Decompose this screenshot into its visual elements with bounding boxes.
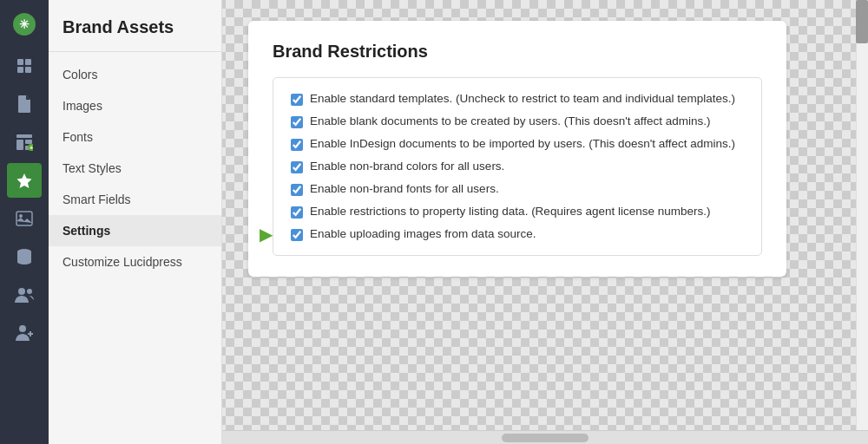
nav-database-icon[interactable] — [7, 239, 42, 274]
nav-user-plus-icon[interactable] — [7, 316, 42, 350]
restriction-uploading-images: ▶ Enable uploading images from data sour… — [291, 227, 744, 241]
app-logo[interactable]: ✳ — [7, 7, 42, 42]
page-title: Brand Restrictions — [273, 42, 762, 62]
scrollbar-thumb-vertical[interactable] — [856, 0, 868, 43]
restriction-non-brand-fonts: Enable non-brand fonts for all users. — [291, 182, 744, 196]
svg-rect-4 — [17, 67, 23, 73]
vertical-scrollbar[interactable] — [856, 0, 868, 430]
checkbox-non-brand-colors[interactable] — [291, 161, 303, 173]
arrow-indicator: ▶ — [260, 225, 273, 243]
svg-point-17 — [27, 289, 32, 294]
label-non-brand-fonts: Enable non-brand fonts for all users. — [310, 182, 499, 195]
label-non-brand-colors: Enable non-brand colors for all users. — [310, 160, 504, 173]
svg-rect-6 — [16, 134, 32, 138]
sidebar-item-colors[interactable]: Colors — [49, 59, 221, 90]
svg-rect-5 — [25, 67, 31, 73]
checkbox-indesign-documents[interactable] — [291, 139, 303, 151]
nav-document-icon[interactable] — [7, 87, 42, 121]
svg-point-14 — [19, 214, 23, 218]
checkbox-uploading-images[interactable] — [291, 229, 303, 241]
svg-point-16 — [18, 288, 25, 295]
sidebar-item-settings[interactable]: Settings — [49, 215, 221, 246]
checkbox-blank-documents[interactable] — [291, 116, 303, 128]
nav-grid-icon[interactable] — [7, 49, 42, 83]
sidebar-item-fonts[interactable]: Fonts — [49, 121, 221, 153]
icon-bar: ✳ + — [0, 0, 49, 444]
restriction-blank-documents: Enable blank documents to be created by … — [291, 114, 744, 128]
scrollbar-thumb-horizontal[interactable] — [502, 434, 589, 442]
label-property-listing: Enable restrictions to property listing … — [310, 205, 710, 218]
svg-rect-13 — [16, 212, 32, 225]
checkbox-non-brand-fonts[interactable] — [291, 184, 303, 196]
label-uploading-images: Enable uploading images from data source… — [310, 227, 536, 240]
nav-users-icon[interactable] — [7, 278, 42, 312]
sidebar-title: Brand Assets — [49, 0, 221, 52]
label-indesign-documents: Enable InDesign documents to be imported… — [310, 137, 735, 150]
sidebar: Brand Assets Colors Images Fonts Text St… — [49, 0, 222, 444]
svg-rect-7 — [16, 140, 23, 150]
nav-template-icon[interactable]: + — [7, 125, 42, 160]
restrictions-box: Enable standard templates. (Uncheck to r… — [273, 77, 762, 256]
restriction-standard-templates: Enable standard templates. (Uncheck to r… — [291, 92, 744, 106]
restriction-non-brand-colors: Enable non-brand colors for all users. — [291, 160, 744, 173]
restriction-property-listing: Enable restrictions to property listing … — [291, 205, 744, 219]
main-content: Brand Restrictions Enable standard templ… — [222, 0, 868, 444]
sidebar-item-customize[interactable]: Customize Lucidpress — [49, 246, 221, 278]
label-blank-documents: Enable blank documents to be created by … — [310, 114, 711, 127]
svg-text:+: + — [30, 144, 33, 151]
restriction-indesign-documents: Enable InDesign documents to be imported… — [291, 137, 744, 151]
svg-rect-3 — [25, 59, 31, 65]
svg-marker-12 — [17, 173, 32, 188]
svg-text:✳: ✳ — [19, 17, 30, 31]
label-standard-templates: Enable standard templates. (Uncheck to r… — [310, 92, 735, 105]
sidebar-item-text-styles[interactable]: Text Styles — [49, 153, 221, 184]
sidebar-item-images[interactable]: Images — [49, 90, 221, 121]
sidebar-item-smart-fields[interactable]: Smart Fields — [49, 184, 221, 215]
svg-point-18 — [19, 325, 26, 332]
horizontal-scrollbar[interactable] — [222, 430, 868, 444]
content-card: Brand Restrictions Enable standard templ… — [248, 21, 786, 277]
checkbox-property-listing[interactable] — [291, 206, 303, 219]
nav-star-icon[interactable] — [7, 163, 42, 198]
sidebar-nav: Colors Images Fonts Text Styles Smart Fi… — [49, 52, 221, 278]
svg-rect-2 — [17, 59, 23, 65]
nav-image-icon[interactable] — [7, 201, 42, 236]
checkbox-standard-templates[interactable] — [291, 94, 303, 106]
